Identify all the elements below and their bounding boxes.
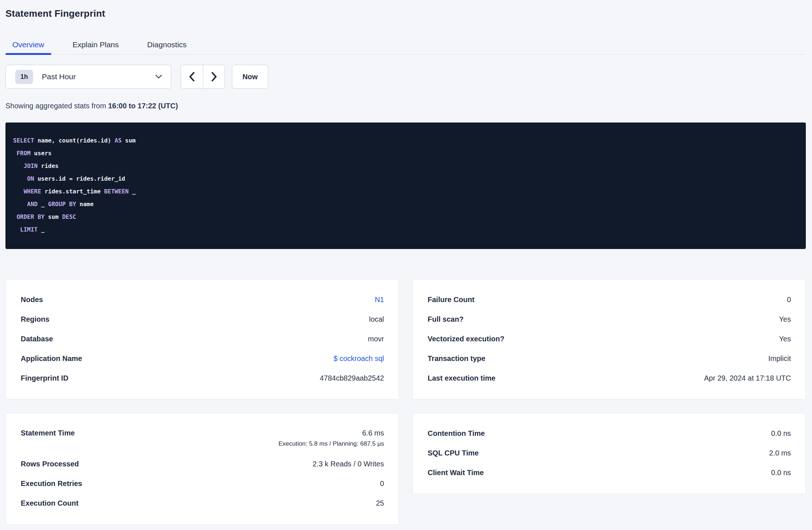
row-value-block: 6.6 msExecution: 5.8 ms / Planning: 687.… (278, 428, 384, 448)
row-value: 6.6 ms (278, 428, 384, 438)
row-label: Fingerprint ID (21, 373, 68, 383)
execution-attributes-card: Failure Count0Full scan?YesVectorized ex… (413, 279, 806, 399)
card-row: Execution Count25 (21, 493, 384, 513)
row-label: Last execution time (428, 373, 496, 383)
sql-text: sum (45, 213, 62, 220)
row-value-block: $ cockroach sql (334, 354, 384, 364)
sql-keyword: GROUP BY (48, 201, 76, 208)
tab-explain-plans[interactable]: Explain Plans (66, 36, 126, 54)
time-range-label: Past Hour (42, 72, 76, 81)
time-step-buttons (181, 65, 225, 89)
card-row: Databasemovr (21, 329, 384, 349)
tab-overview[interactable]: Overview (5, 36, 51, 54)
card-row: SQL CPU Time2.0 ms (428, 443, 791, 463)
sql-text (13, 213, 17, 220)
card-row: Rows Processed2.3 k Reads / 0 Writes (21, 454, 384, 474)
row-label: Execution Retries (21, 479, 82, 489)
sql-keyword: AS (114, 137, 121, 144)
row-value-block: N1 (375, 295, 384, 305)
row-label: Statement Time (21, 428, 75, 438)
row-value: 2.3 k Reads / 0 Writes (313, 459, 384, 469)
row-value-block: Yes (779, 334, 791, 344)
row-value-block: 0.0 ns (771, 468, 791, 478)
row-label: SQL CPU Time (428, 448, 479, 458)
row-value-block: movr (368, 334, 384, 344)
row-value-block: 0.0 ns (771, 429, 791, 438)
statement-timing-card: Statement Time6.6 msExecution: 5.8 ms / … (5, 413, 399, 525)
card-row: Regionslocal (21, 309, 384, 329)
page-title: Statement Fingerprint (5, 8, 806, 19)
row-label: Contention Time (428, 429, 485, 438)
sql-text: rides.start_time (41, 188, 104, 195)
row-value: Implicit (768, 354, 791, 364)
sql-text: _ (129, 188, 136, 195)
sql-text (13, 201, 27, 208)
row-label: Application Name (21, 354, 82, 364)
row-value-block: 4784cb829aab2542 (320, 373, 384, 383)
aggregated-stats-prefix: Showing aggregated stats from (5, 102, 108, 110)
card-row: Client Wait Time0.0 ns (428, 463, 791, 482)
row-value: Yes (779, 314, 791, 324)
sql-line: ON users.id = rides.rider_id (13, 172, 797, 185)
next-time-button[interactable] (203, 65, 225, 88)
card-row: Failure Count0 (428, 290, 791, 309)
sql-line: FROM users (13, 147, 797, 160)
sql-line: AND _ GROUP BY name (13, 198, 797, 210)
sql-text: users.id = rides.rider_id (34, 175, 125, 182)
aggregated-stats-range: 16:00 to 17:22 (UTC) (108, 102, 178, 110)
card-row: Transaction typeImplicit (428, 349, 791, 368)
row-label: Nodes (21, 295, 43, 305)
row-label: Vectorized execution? (428, 334, 505, 344)
sql-keyword: WHERE (24, 188, 41, 195)
row-label: Failure Count (428, 295, 475, 305)
sql-text: _ (37, 201, 48, 208)
statement-details-card: NodesN1RegionslocalDatabasemovrApplicati… (5, 279, 399, 399)
row-value-block: 25 (376, 498, 384, 508)
tab-bar: OverviewExplain PlansDiagnostics (5, 36, 806, 55)
row-value-block: local (369, 314, 384, 324)
row-value: movr (368, 334, 384, 344)
sql-keyword: AND (27, 201, 38, 208)
time-range-dropdown[interactable]: 1h Past Hour (5, 65, 171, 89)
row-value: 0 (380, 479, 384, 489)
row-value: 0.0 ns (771, 429, 791, 438)
row-value: 0 (787, 295, 791, 305)
row-value-link[interactable]: N1 (375, 295, 384, 305)
row-label: Transaction type (428, 354, 486, 364)
sql-statement-box: SELECT name, count(rides.id) AS sum FROM… (5, 123, 806, 249)
arrow-right-icon (211, 72, 217, 82)
row-value-link[interactable]: $ cockroach sql (334, 354, 384, 364)
sql-text (13, 226, 20, 233)
row-value: Apr 29, 2024 at 17:18 UTC (704, 373, 791, 383)
tab-diagnostics[interactable]: Diagnostics (140, 36, 194, 54)
chevron-down-icon (155, 75, 162, 79)
prev-time-button[interactable] (181, 65, 203, 88)
row-value-block: 2.3 k Reads / 0 Writes (313, 459, 384, 469)
row-value: 2.0 ms (769, 448, 791, 458)
statement-fingerprint-page: Statement Fingerprint OverviewExplain Pl… (0, 8, 812, 525)
sql-keyword: FROM (17, 150, 31, 157)
sql-keyword: BETWEEN (104, 188, 128, 195)
sql-text (13, 150, 17, 157)
card-row: Last execution timeApr 29, 2024 at 17:18… (428, 368, 791, 388)
sql-line: ORDER BY sum DESC (13, 210, 797, 223)
row-sub-value: Execution: 5.8 ms / Planning: 687.5 µs (278, 439, 384, 448)
timing-cards-row: Statement Time6.6 msExecution: 5.8 ms / … (5, 413, 806, 525)
row-label: Client Wait Time (428, 468, 484, 478)
sql-text (13, 175, 27, 182)
sql-line: WHERE rides.start_time BETWEEN _ (13, 185, 797, 198)
row-value-block: 0 (380, 479, 384, 489)
sql-keyword: LIMIT (20, 226, 37, 233)
card-row: Statement Time6.6 msExecution: 5.8 ms / … (21, 423, 384, 454)
overview-cards-row: NodesN1RegionslocalDatabasemovrApplicati… (5, 279, 806, 399)
sql-text: rides (37, 162, 59, 169)
sql-keyword: ORDER BY (17, 213, 45, 220)
sql-text: name (76, 201, 93, 208)
row-value: Yes (779, 334, 791, 344)
now-button[interactable]: Now (232, 65, 268, 89)
sql-text (13, 188, 24, 195)
sql-keyword: ON (27, 175, 34, 182)
sql-line: JOIN rides (13, 160, 797, 172)
row-value: 4784cb829aab2542 (320, 373, 384, 383)
card-row: Application Name$ cockroach sql (21, 349, 384, 368)
